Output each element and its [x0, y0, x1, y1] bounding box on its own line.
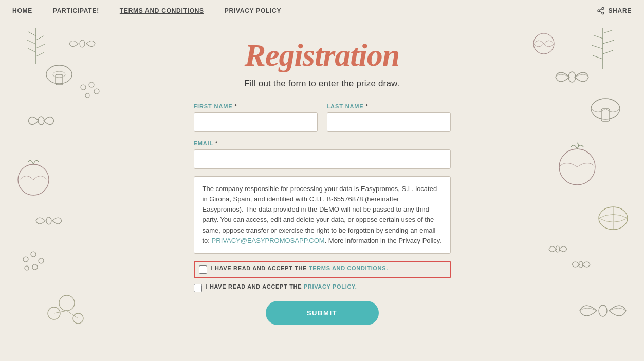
- page-subtitle: Fill out the form to enter the prize dra…: [245, 79, 400, 89]
- nav-privacy[interactable]: PRIVACY POLICY: [225, 7, 281, 14]
- privacy-text-2: . More information in the Privacy Policy…: [325, 237, 441, 244]
- svg-point-45: [602, 7, 604, 9]
- navbar: HOME PARTICIPATE! TERMS AND CONDITIONS P…: [0, 0, 644, 22]
- share-label: SHARE: [608, 7, 632, 14]
- name-row: FIRST NAME * LAST NAME *: [194, 103, 451, 132]
- last-name-group: LAST NAME *: [327, 103, 451, 132]
- email-required: *: [215, 140, 218, 146]
- nav-home[interactable]: HOME: [12, 7, 32, 14]
- nav-terms[interactable]: TERMS AND CONDITIONS: [120, 7, 204, 14]
- email-group: EMAIL *: [194, 140, 451, 169]
- privacy-notice: The company responsible for processing y…: [194, 176, 451, 254]
- privacy-checkbox-label[interactable]: I HAVE READ AND ACCEPT THE PRIVACY POLIC…: [206, 283, 357, 290]
- first-name-required: *: [234, 103, 237, 109]
- svg-line-49: [600, 9, 602, 10]
- last-name-input[interactable]: [327, 112, 451, 132]
- first-name-group: FIRST NAME *: [194, 103, 318, 132]
- page-title: Registration: [245, 37, 400, 73]
- svg-line-48: [600, 11, 602, 13]
- terms-link[interactable]: TERMS AND CONDITIONS.: [309, 265, 388, 271]
- share-button[interactable]: SHARE: [597, 7, 632, 15]
- email-label: EMAIL *: [194, 140, 451, 146]
- svg-point-46: [598, 10, 600, 12]
- terms-checkbox[interactable]: [199, 265, 207, 274]
- privacy-checkbox[interactable]: [194, 284, 202, 292]
- submit-button[interactable]: SUBMIT: [266, 301, 379, 325]
- nav-participate[interactable]: PARTICIPATE!: [53, 7, 99, 14]
- main-content: Registration Fill out the form to enter …: [0, 22, 644, 325]
- last-name-required: *: [366, 103, 369, 109]
- privacy-policy-link[interactable]: PRIVACY POLICY.: [304, 283, 357, 290]
- last-name-label: LAST NAME *: [327, 103, 451, 109]
- terms-checkbox-label[interactable]: I HAVE READ AND ACCEPT THE TERMS AND CON…: [211, 265, 388, 271]
- privacy-checkbox-row: I HAVE READ AND ACCEPT THE PRIVACY POLIC…: [194, 283, 451, 293]
- privacy-email-link[interactable]: PRIVACY@EASYPROMOSAPP.COM: [212, 237, 325, 244]
- privacy-text-1: The company responsible for processing y…: [203, 185, 437, 244]
- first-name-input[interactable]: [194, 112, 318, 132]
- terms-checkbox-row: I HAVE READ AND ACCEPT THE TERMS AND CON…: [194, 261, 451, 278]
- email-input[interactable]: [194, 149, 451, 169]
- first-name-label: FIRST NAME *: [194, 103, 318, 109]
- svg-point-47: [602, 12, 604, 14]
- share-icon: [597, 7, 605, 15]
- registration-form: FIRST NAME * LAST NAME * EMAIL *: [194, 103, 451, 325]
